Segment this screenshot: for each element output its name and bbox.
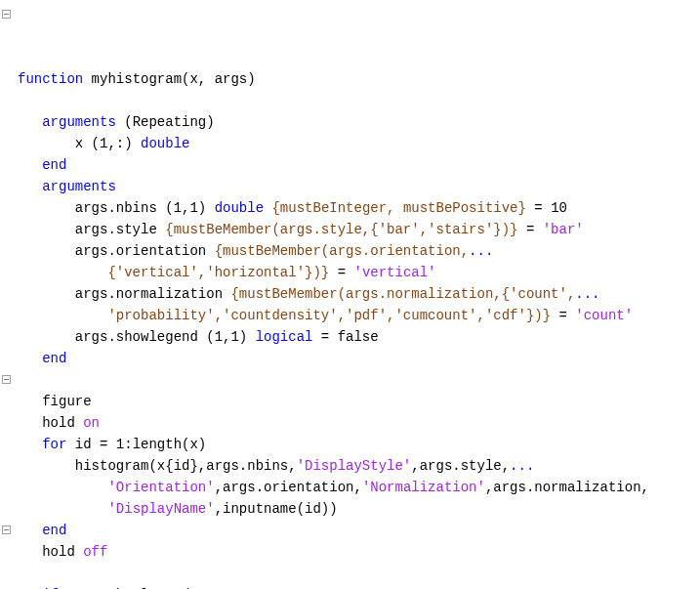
code-line: args.showlegend (1,1) logical = false [18,326,700,348]
code-line: histogram(x{id},args.nbins,'DisplayStyle… [18,455,700,477]
code-line [18,369,700,391]
code-line: 'probability','countdensity','pdf','cumc… [18,305,700,326]
code-line: 'Orientation',args.orientation,'Normaliz… [18,477,700,498]
code-line: if args.showlegend [18,584,700,589]
code-editor: function myhistogram(x, args) arguments … [0,0,700,589]
code-line: hold off [18,541,700,563]
code-line: args.orientation {mustBeMember(args.orie… [18,240,700,262]
code-line: arguments (Repeating) [18,111,700,133]
code-line: args.style {mustBeMember(args.style,{'ba… [18,219,700,240]
code-line: x (1,:) double [18,133,700,154]
code-line: figure [18,391,700,412]
code-line: hold on [18,412,700,434]
code-body: function myhistogram(x, args) arguments … [18,68,700,589]
fold-toggle-icon[interactable] [2,375,11,384]
code-line [18,563,700,584]
fold-toggle-icon[interactable] [2,10,11,19]
code-line: 'DisplayName',inputname(id)) [18,498,700,520]
code-line: end [18,520,700,541]
code-line: function myhistogram(x, args) [18,68,700,90]
code-line: for id = 1:length(x) [18,434,700,455]
code-line: arguments [18,176,700,197]
code-line: {'vertical','horizontal'})} = 'vertical' [18,262,700,283]
code-line [18,90,700,111]
code-line: args.nbins (1,1) double {mustBeInteger, … [18,197,700,219]
code-line: args.normalization {mustBeMember(args.no… [18,283,700,305]
fold-toggle-icon[interactable] [2,526,11,534]
code-line: end [18,348,700,369]
code-line: end [18,154,700,176]
